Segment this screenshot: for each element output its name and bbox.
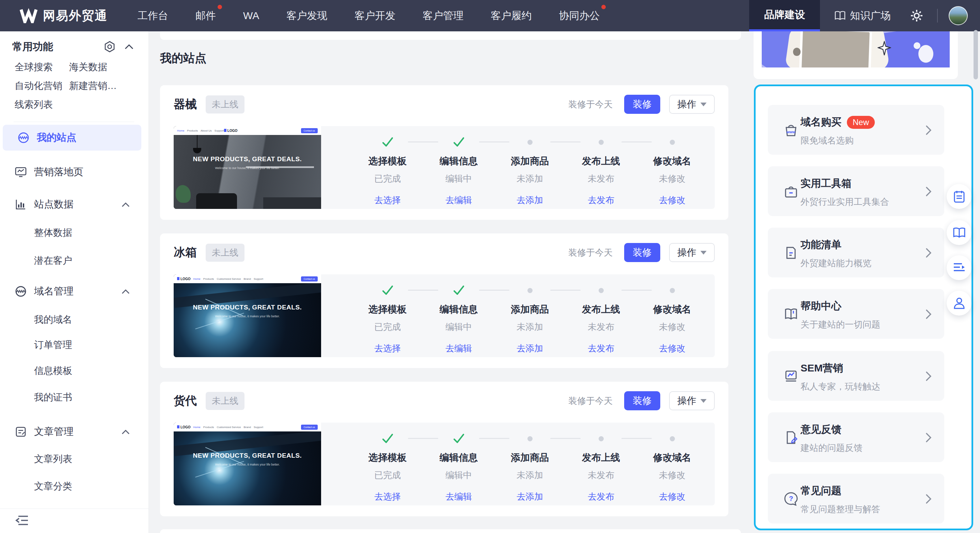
article-edit-icon: [15, 426, 27, 437]
action-dropdown-button[interactable]: 操作: [669, 391, 715, 410]
step-action-link[interactable]: 去发布: [588, 343, 614, 354]
thumbnail-contact-button: Contact us: [301, 276, 318, 281]
nav-item-5[interactable]: 客户管理: [423, 9, 463, 23]
step-action-link[interactable]: 去发布: [588, 491, 614, 503]
sidebar-collapse-icon[interactable]: [15, 515, 29, 528]
decorate-button[interactable]: 装修: [624, 243, 660, 262]
caret-down-icon: [700, 251, 706, 255]
action-dropdown-button[interactable]: 操作: [669, 243, 715, 262]
promo-item-title: 实用工具箱: [800, 177, 852, 190]
site-thumbnail[interactable]: LOGOHomeProductsCustomized ServiceBrandS…: [173, 423, 321, 505]
nav-item-3[interactable]: 客户发现: [286, 9, 327, 23]
step-action-link[interactable]: 去编辑: [445, 343, 472, 354]
user-avatar[interactable]: [949, 6, 968, 25]
quick-link-customs-data[interactable]: 海关数据: [69, 60, 107, 74]
step-status: 未修改: [647, 321, 698, 333]
tab-knowledge-plaza[interactable]: 知识广场: [834, 9, 891, 23]
action-dropdown-button[interactable]: 操作: [669, 95, 715, 114]
quick-link-global-search[interactable]: 全球搜索: [14, 60, 53, 74]
float-handbook-button[interactable]: [947, 220, 972, 245]
promo-item-实用工具箱[interactable]: 实用工具箱外贸行业实用工具集合: [768, 166, 944, 216]
promo-item-域名购买[interactable]: www域名购买New限免域名选购: [768, 105, 944, 155]
brand-logo[interactable]: 网易外贸通: [20, 8, 108, 24]
site-thumbnail[interactable]: LOGOHomeProductsCustomized ServiceBrandS…: [173, 274, 321, 357]
step-action-link[interactable]: 去选择: [374, 343, 401, 354]
step-action-link[interactable]: 去添加: [517, 343, 543, 354]
settings-gear-icon[interactable]: [910, 9, 923, 22]
step-action-link[interactable]: 去修改: [659, 491, 686, 503]
quick-link-leads-list[interactable]: 线索列表: [14, 98, 53, 112]
chevron-up-icon[interactable]: [122, 202, 130, 207]
sidebar-item-my-certificates[interactable]: 我的证书: [34, 388, 72, 407]
promo-item-功能清单[interactable]: 功能清单外贸建站能力概览: [768, 228, 944, 278]
scrolled-banner-card: [160, 31, 741, 40]
tab-brand-building[interactable]: 品牌建设: [749, 0, 820, 31]
sidebar-item-order-management[interactable]: 订单管理: [34, 335, 72, 354]
sidebar-item-overall-data[interactable]: 整体数据: [34, 223, 72, 242]
site-thumbnail[interactable]: HomeProductsAbout UsSupportLOGOContact u…: [173, 126, 321, 209]
promo-item-SEM营销[interactable]: SEM营销私人专家，玩转触达: [768, 351, 944, 401]
decorate-button[interactable]: 装修: [624, 391, 660, 410]
step-action-link[interactable]: 去添加: [517, 194, 543, 206]
step-发布上线: 发布上线未发布去发布: [576, 126, 627, 209]
sidebar-item-potential-customers[interactable]: 潜在客户: [34, 251, 72, 270]
sidebar-group-domain-management[interactable]: 域名管理: [0, 278, 149, 304]
site-name: 器械: [173, 96, 197, 112]
thumbnail-mini-navbar: HomeProductsAbout UsSupportLOGOContact u…: [173, 126, 321, 135]
chevron-right-icon: [925, 371, 932, 383]
step-status: 已完成: [362, 173, 413, 185]
promo-item-帮助中心[interactable]: 帮助中心关于建站的一切问题: [768, 289, 944, 339]
step-connector-line: [479, 290, 509, 291]
sidebar-group-article-management[interactable]: 文章管理: [0, 419, 149, 445]
nav-item-4[interactable]: 客户开发: [355, 9, 395, 23]
promo-item-desc: 限免域名选购: [800, 135, 875, 147]
step-connector-line: [621, 438, 652, 439]
nav-item-6[interactable]: 客户履约: [491, 9, 531, 23]
step-action-link[interactable]: 去添加: [517, 491, 543, 503]
quick-link-new-marketing[interactable]: 新建营销…: [69, 79, 117, 93]
decorate-button[interactable]: 装修: [624, 95, 660, 114]
promo-item-常见问题[interactable]: ?常见问题常见问题整理与解答: [768, 474, 944, 523]
step-action-link[interactable]: 去发布: [588, 194, 614, 206]
nav-item-7[interactable]: 协同办公: [559, 9, 600, 23]
step-action-link[interactable]: 去编辑: [445, 491, 472, 503]
sidebar-item-landing-pages[interactable]: 营销落地页: [0, 159, 149, 185]
step-action-link[interactable]: 去修改: [659, 343, 686, 354]
pending-dot-icon: [527, 140, 533, 145]
nav-item-1[interactable]: 邮件: [196, 9, 216, 23]
chevron-up-icon[interactable]: [122, 429, 130, 434]
chevron-up-icon[interactable]: [125, 44, 134, 49]
quick-link-auto-marketing[interactable]: 自动化营销: [14, 79, 62, 93]
hexagon-settings-icon[interactable]: [104, 41, 115, 53]
www-globe-icon: [18, 132, 29, 144]
step-action-link[interactable]: 去选择: [374, 491, 401, 503]
sidebar-item-info-templates[interactable]: 信息模板: [34, 361, 72, 380]
sidebar-item-my-domains[interactable]: 我的域名: [34, 310, 72, 329]
step-action-link[interactable]: 去修改: [659, 194, 686, 206]
chevron-right-icon: [925, 493, 932, 506]
float-clipboard-button[interactable]: [947, 184, 972, 209]
step-action-link[interactable]: 去选择: [374, 194, 401, 206]
float-account-button[interactable]: [947, 291, 972, 316]
thumbnail-subline: Welcome to our house, it makes your life…: [173, 463, 321, 466]
promo-item-意见反馈[interactable]: 意见反馈建站的问题反馈: [768, 412, 944, 462]
step-title: 修改域名: [647, 303, 698, 316]
pending-dot-icon: [527, 436, 533, 441]
sidebar-item-article-categories[interactable]: 文章分类: [34, 477, 72, 496]
step-title: 发布上线: [576, 303, 627, 316]
sidebar-item-my-sites[interactable]: 我的站点: [3, 125, 141, 151]
chevron-up-icon[interactable]: [122, 289, 130, 294]
step-编辑信息: 编辑信息编辑中去编辑: [433, 126, 484, 209]
nav-item-2[interactable]: WA: [243, 10, 259, 21]
sidebar-group-site-data[interactable]: 站点数据: [0, 191, 149, 217]
page-scrollbar-thumb[interactable]: [974, 30, 978, 80]
topnav-right: 品牌建设 知识广场: [749, 0, 980, 31]
promo-banner-card[interactable]: [754, 31, 958, 79]
promo-item-desc: 关于建站的一切问题: [800, 319, 880, 330]
sparkle-icon: [878, 41, 891, 56]
float-guide-button[interactable]: [947, 255, 972, 280]
sidebar-item-article-list[interactable]: 文章列表: [34, 450, 72, 469]
step-action-link[interactable]: 去编辑: [445, 194, 472, 206]
nav-item-0[interactable]: 工作台: [138, 9, 168, 23]
step-connector-line: [550, 438, 581, 439]
